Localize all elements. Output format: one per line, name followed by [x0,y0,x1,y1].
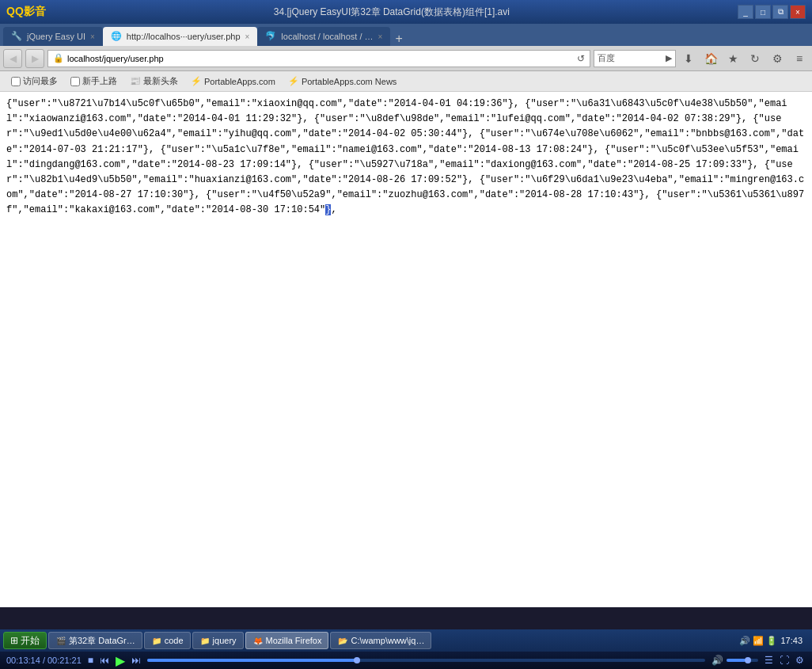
highlight-text: } [325,204,331,215]
bookmark-portableapps[interactable]: ⚡ PortableApps.com [186,74,280,88]
forward-button[interactable]: ▶ [25,49,44,68]
title-bar-left: QQ影音 [6,5,46,19]
portableapps-news-icon: ⚡ [288,76,299,86]
taskbar-item-label-3: jquery [213,636,237,645]
start-label: 开始 [21,634,40,648]
new-tab-button[interactable]: + [390,32,407,46]
taskbar-item-4[interactable]: 🦊 Mozilla Firefox [245,632,329,649]
restore-button[interactable]: □ [755,5,771,19]
start-icon: ⊞ [10,635,18,646]
volume-slider[interactable] [727,659,758,662]
tab-icon-1: 🔧 [11,31,22,42]
taskbar-item-label-4: Mozilla Firefox [266,636,322,645]
media-progress-fill [147,659,359,662]
system-tray-icons: 🔊 📶 🔋 [739,636,777,646]
back-button[interactable]: ◀ [3,49,22,68]
media-current-time: 00:13:14 / 00:21:21 [6,656,82,665]
taskbar-icon-5: 📂 [337,635,348,646]
taskbar-top: ⊞ 开始 🎬 第32章 DataGr… 📁 code 📁 jquery 🦊 Mo… [0,629,812,652]
search-input[interactable] [617,54,664,63]
more-button[interactable]: ≡ [790,50,809,67]
visited-checkbox[interactable] [11,77,21,86]
tab-label-1: jQuery Easy UI [27,32,85,41]
taskbar-item-label-2: code [165,636,184,645]
tab-close-2[interactable]: × [245,32,250,41]
home-button[interactable]: 🏠 [701,50,720,67]
headlines-icon: 📰 [130,76,141,86]
bookmark-headlines[interactable]: 📰 最新头条 [125,74,183,89]
search-bar: 百度 ▶ [594,50,676,67]
close-button[interactable]: × [790,5,806,19]
volume-fill [727,659,746,662]
next-button[interactable]: ⏭ [130,655,142,666]
baidu-icon: 百度 [598,52,615,64]
play-button[interactable]: ▶ [114,653,127,668]
stop-button[interactable]: ■ [86,655,95,666]
tab-localhost[interactable]: 🐬 localhost / localhost / … × [257,27,390,46]
tab-jquery-easy-ui[interactable]: 🔧 jQuery Easy UI × [3,27,103,46]
taskbar-item-1[interactable]: 🎬 第32章 DataGr… [48,632,142,649]
newbie-label: 新手上路 [82,75,117,87]
bookmark-portableapps-news[interactable]: ⚡ PortableApps.com News [283,74,401,88]
taskbar-item-3[interactable]: 📁 jquery [192,632,244,649]
tab-label-3: localhost / localhost / … [281,32,373,41]
content-area: {"user":"\u8721\u7b14\u5c0f\u65b0","emai… [0,92,812,607]
newbie-checkbox[interactable] [70,77,80,86]
taskbar-icon-2: 📁 [151,635,162,646]
media-bar: 00:13:14 / 00:21:21 ■ ⏮ ▶ ⏭ 🔊 ☰ ⛶ ⚙ [0,652,812,669]
address-input[interactable] [67,54,577,63]
tab-icon-3: 🐬 [265,31,276,42]
media-right-controls: ☰ ⛶ ⚙ [763,655,806,666]
bookmarks-bar: 访问最多 新手上路 📰 最新头条 ⚡ PortableApps.com ⚡ Po… [0,71,812,92]
taskbar-icon-4: 🦊 [252,635,264,646]
prev-button[interactable]: ⏮ [98,655,111,666]
portableapps-news-label: PortableApps.com News [302,77,397,86]
start-button[interactable]: ⊞ 开始 [3,632,47,649]
bookmark-newbie[interactable]: 新手上路 [66,74,122,89]
media-controls: ■ ⏮ ▶ ⏭ [86,653,142,668]
portableapps-icon: ⚡ [191,76,202,86]
app-logo: QQ影音 [6,5,46,19]
visited-label: 访问最多 [23,75,58,87]
portableapps-label: PortableApps.com [204,77,275,86]
volume-icon[interactable]: 🔊 [710,655,725,666]
playlist-button[interactable]: ☰ [763,655,775,666]
bookmark-button[interactable]: ★ [723,50,742,67]
taskbar-item-5[interactable]: 📂 C:\wamp\www\jq… [330,632,431,649]
json-content: {"user":"\u8721\u7b14\u5c0f\u65b0","emai… [6,97,806,219]
tab-label-2: http://localhos···uery/user.php [127,32,241,41]
taskbar-item-2[interactable]: 📁 code [144,632,191,649]
clock: 17:43 [780,636,803,645]
tab-close-1[interactable]: × [90,32,95,41]
window-controls: _ □ ⧉ × [738,5,806,19]
volume-thumb [745,657,751,663]
refresh-button[interactable]: ↺ [577,53,585,64]
taskbar-item-label-1: 第32章 DataGr… [69,635,135,647]
download-button[interactable]: ⬇ [679,50,698,67]
search-go-button[interactable]: ▶ [666,53,672,63]
tab-icon-2: 🌐 [111,31,122,42]
address-bar: 🔒 ↺ [47,50,590,67]
media-volume: 🔊 [710,655,758,666]
maximize-button[interactable]: ⧉ [772,5,788,19]
address-icon: 🔒 [53,53,64,63]
taskbar-items: 🎬 第32章 DataGr… 📁 code 📁 jquery 🦊 Mozilla… [48,632,738,649]
tab-close-3[interactable]: × [378,32,383,41]
bookmark-visited[interactable]: 访问最多 [6,74,63,89]
media-progress-thumb [354,657,360,663]
minimize-button[interactable]: _ [738,5,753,19]
sync-button[interactable]: ↻ [746,50,765,67]
headlines-label: 最新头条 [143,75,178,87]
settings-button[interactable]: ⚙ [768,50,787,67]
taskbar-icon-3: 📁 [199,635,211,646]
taskbar: ⊞ 开始 🎬 第32章 DataGr… 📁 code 📁 jquery 🦊 Mo… [0,629,812,669]
title-bar: QQ影音 34.[jQuery EasyUI第32章 DataGrid(数据表格… [0,0,812,24]
window-title: 34.[jQuery EasyUI第32章 DataGrid(数据表格)组件[1… [46,6,738,19]
taskbar-item-label-5: C:\wamp\www\jq… [351,636,424,645]
fullscreen-button[interactable]: ⛶ [778,655,791,666]
settings-media-button[interactable]: ⚙ [794,655,806,666]
media-progress-bar[interactable] [147,659,705,662]
nav-bar: ◀ ▶ 🔒 ↺ 百度 ▶ ⬇ 🏠 ★ ↻ ⚙ ≡ [0,46,812,71]
taskbar-icon-1: 🎬 [55,635,66,646]
tab-user-php[interactable]: 🌐 http://localhos···uery/user.php × [103,27,258,46]
